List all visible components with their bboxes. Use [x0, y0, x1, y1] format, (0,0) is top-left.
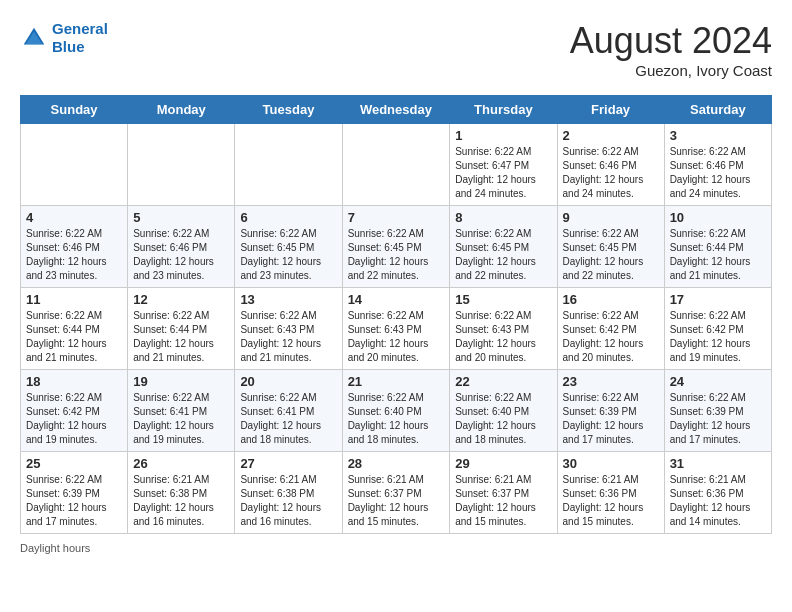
logo-icon: [20, 24, 48, 52]
calendar-week-row: 25Sunrise: 6:22 AM Sunset: 6:39 PM Dayli…: [21, 452, 772, 534]
calendar-cell: 18Sunrise: 6:22 AM Sunset: 6:42 PM Dayli…: [21, 370, 128, 452]
month-year: August 2024: [570, 20, 772, 62]
day-info: Sunrise: 6:22 AM Sunset: 6:43 PM Dayligh…: [240, 309, 336, 365]
day-number: 13: [240, 292, 336, 307]
day-info: Sunrise: 6:21 AM Sunset: 6:36 PM Dayligh…: [563, 473, 659, 529]
day-number: 8: [455, 210, 551, 225]
day-number: 22: [455, 374, 551, 389]
day-number: 21: [348, 374, 445, 389]
calendar-cell: 13Sunrise: 6:22 AM Sunset: 6:43 PM Dayli…: [235, 288, 342, 370]
day-info: Sunrise: 6:22 AM Sunset: 6:43 PM Dayligh…: [455, 309, 551, 365]
day-info: Sunrise: 6:22 AM Sunset: 6:45 PM Dayligh…: [348, 227, 445, 283]
day-number: 7: [348, 210, 445, 225]
day-info: Sunrise: 6:22 AM Sunset: 6:46 PM Dayligh…: [133, 227, 229, 283]
calendar-cell: 28Sunrise: 6:21 AM Sunset: 6:37 PM Dayli…: [342, 452, 450, 534]
calendar-cell: 7Sunrise: 6:22 AM Sunset: 6:45 PM Daylig…: [342, 206, 450, 288]
day-number: 24: [670, 374, 766, 389]
day-of-week-header: Sunday: [21, 96, 128, 124]
calendar-cell: 4Sunrise: 6:22 AM Sunset: 6:46 PM Daylig…: [21, 206, 128, 288]
day-info: Sunrise: 6:21 AM Sunset: 6:37 PM Dayligh…: [455, 473, 551, 529]
day-number: 30: [563, 456, 659, 471]
day-number: 4: [26, 210, 122, 225]
day-of-week-header: Thursday: [450, 96, 557, 124]
day-of-week-header: Wednesday: [342, 96, 450, 124]
day-info: Sunrise: 6:22 AM Sunset: 6:40 PM Dayligh…: [455, 391, 551, 447]
title-block: August 2024 Guezon, Ivory Coast: [570, 20, 772, 79]
day-number: 12: [133, 292, 229, 307]
calendar-cell: 31Sunrise: 6:21 AM Sunset: 6:36 PM Dayli…: [664, 452, 771, 534]
calendar-week-row: 18Sunrise: 6:22 AM Sunset: 6:42 PM Dayli…: [21, 370, 772, 452]
calendar-cell: 2Sunrise: 6:22 AM Sunset: 6:46 PM Daylig…: [557, 124, 664, 206]
calendar: SundayMondayTuesdayWednesdayThursdayFrid…: [20, 95, 772, 534]
calendar-cell: 26Sunrise: 6:21 AM Sunset: 6:38 PM Dayli…: [128, 452, 235, 534]
day-info: Sunrise: 6:22 AM Sunset: 6:45 PM Dayligh…: [240, 227, 336, 283]
day-number: 29: [455, 456, 551, 471]
day-info: Sunrise: 6:22 AM Sunset: 6:44 PM Dayligh…: [26, 309, 122, 365]
day-info: Sunrise: 6:21 AM Sunset: 6:36 PM Dayligh…: [670, 473, 766, 529]
calendar-cell: [21, 124, 128, 206]
day-number: 20: [240, 374, 336, 389]
calendar-cell: 27Sunrise: 6:21 AM Sunset: 6:38 PM Dayli…: [235, 452, 342, 534]
calendar-cell: 8Sunrise: 6:22 AM Sunset: 6:45 PM Daylig…: [450, 206, 557, 288]
day-number: 31: [670, 456, 766, 471]
day-number: 9: [563, 210, 659, 225]
day-info: Sunrise: 6:22 AM Sunset: 6:42 PM Dayligh…: [26, 391, 122, 447]
calendar-cell: 5Sunrise: 6:22 AM Sunset: 6:46 PM Daylig…: [128, 206, 235, 288]
calendar-cell: 1Sunrise: 6:22 AM Sunset: 6:47 PM Daylig…: [450, 124, 557, 206]
calendar-cell: 25Sunrise: 6:22 AM Sunset: 6:39 PM Dayli…: [21, 452, 128, 534]
calendar-week-row: 1Sunrise: 6:22 AM Sunset: 6:47 PM Daylig…: [21, 124, 772, 206]
day-number: 10: [670, 210, 766, 225]
footer: Daylight hours: [20, 542, 772, 554]
day-number: 26: [133, 456, 229, 471]
calendar-cell: 10Sunrise: 6:22 AM Sunset: 6:44 PM Dayli…: [664, 206, 771, 288]
day-info: Sunrise: 6:22 AM Sunset: 6:44 PM Dayligh…: [133, 309, 229, 365]
day-number: 25: [26, 456, 122, 471]
calendar-header-row: SundayMondayTuesdayWednesdayThursdayFrid…: [21, 96, 772, 124]
day-number: 16: [563, 292, 659, 307]
day-number: 15: [455, 292, 551, 307]
calendar-cell: 19Sunrise: 6:22 AM Sunset: 6:41 PM Dayli…: [128, 370, 235, 452]
day-info: Sunrise: 6:22 AM Sunset: 6:45 PM Dayligh…: [455, 227, 551, 283]
day-info: Sunrise: 6:22 AM Sunset: 6:44 PM Dayligh…: [670, 227, 766, 283]
day-number: 1: [455, 128, 551, 143]
day-number: 6: [240, 210, 336, 225]
day-info: Sunrise: 6:22 AM Sunset: 6:46 PM Dayligh…: [670, 145, 766, 201]
day-number: 11: [26, 292, 122, 307]
location: Guezon, Ivory Coast: [570, 62, 772, 79]
calendar-cell: 21Sunrise: 6:22 AM Sunset: 6:40 PM Dayli…: [342, 370, 450, 452]
calendar-cell: 20Sunrise: 6:22 AM Sunset: 6:41 PM Dayli…: [235, 370, 342, 452]
calendar-cell: 6Sunrise: 6:22 AM Sunset: 6:45 PM Daylig…: [235, 206, 342, 288]
day-number: 18: [26, 374, 122, 389]
day-info: Sunrise: 6:22 AM Sunset: 6:45 PM Dayligh…: [563, 227, 659, 283]
day-info: Sunrise: 6:21 AM Sunset: 6:37 PM Dayligh…: [348, 473, 445, 529]
day-info: Sunrise: 6:22 AM Sunset: 6:43 PM Dayligh…: [348, 309, 445, 365]
day-info: Sunrise: 6:22 AM Sunset: 6:41 PM Dayligh…: [133, 391, 229, 447]
day-number: 14: [348, 292, 445, 307]
calendar-cell: [235, 124, 342, 206]
calendar-cell: 30Sunrise: 6:21 AM Sunset: 6:36 PM Dayli…: [557, 452, 664, 534]
calendar-cell: 14Sunrise: 6:22 AM Sunset: 6:43 PM Dayli…: [342, 288, 450, 370]
page-header: General Blue August 2024 Guezon, Ivory C…: [20, 20, 772, 79]
calendar-cell: 24Sunrise: 6:22 AM Sunset: 6:39 PM Dayli…: [664, 370, 771, 452]
day-info: Sunrise: 6:22 AM Sunset: 6:40 PM Dayligh…: [348, 391, 445, 447]
day-of-week-header: Saturday: [664, 96, 771, 124]
calendar-cell: [342, 124, 450, 206]
day-info: Sunrise: 6:21 AM Sunset: 6:38 PM Dayligh…: [240, 473, 336, 529]
calendar-cell: 22Sunrise: 6:22 AM Sunset: 6:40 PM Dayli…: [450, 370, 557, 452]
calendar-week-row: 11Sunrise: 6:22 AM Sunset: 6:44 PM Dayli…: [21, 288, 772, 370]
calendar-cell: [128, 124, 235, 206]
logo-text: General Blue: [52, 20, 108, 56]
day-of-week-header: Tuesday: [235, 96, 342, 124]
calendar-cell: 11Sunrise: 6:22 AM Sunset: 6:44 PM Dayli…: [21, 288, 128, 370]
calendar-cell: 17Sunrise: 6:22 AM Sunset: 6:42 PM Dayli…: [664, 288, 771, 370]
day-of-week-header: Friday: [557, 96, 664, 124]
day-number: 3: [670, 128, 766, 143]
calendar-cell: 15Sunrise: 6:22 AM Sunset: 6:43 PM Dayli…: [450, 288, 557, 370]
calendar-cell: 12Sunrise: 6:22 AM Sunset: 6:44 PM Dayli…: [128, 288, 235, 370]
calendar-cell: 9Sunrise: 6:22 AM Sunset: 6:45 PM Daylig…: [557, 206, 664, 288]
day-number: 23: [563, 374, 659, 389]
day-of-week-header: Monday: [128, 96, 235, 124]
day-number: 28: [348, 456, 445, 471]
day-info: Sunrise: 6:22 AM Sunset: 6:39 PM Dayligh…: [670, 391, 766, 447]
logo: General Blue: [20, 20, 108, 56]
